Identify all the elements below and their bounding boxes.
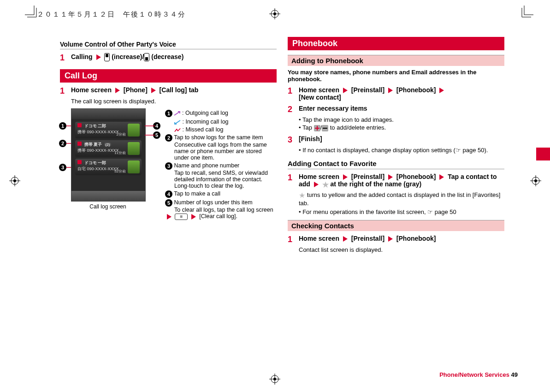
legend-num-4: 4	[165, 190, 172, 198]
legend-text: : Incoming call log	[182, 119, 228, 125]
step-text: (decrease)	[151, 53, 183, 60]
triangle-icon	[388, 88, 393, 93]
checking-subheading: Checking Contacts	[288, 220, 504, 231]
star-icon: ★	[299, 191, 305, 199]
row-sub: 自宅 090-XXXX-XXXX	[77, 166, 119, 171]
footer-page: 49	[511, 371, 518, 378]
triangle-icon	[439, 88, 444, 93]
triangle-icon	[343, 174, 348, 180]
legend-num-3: 3	[165, 162, 172, 170]
step-text: at the right of the name (gray)	[331, 180, 422, 188]
legend-num-5: 5	[165, 199, 172, 207]
row-badge: (2)	[104, 143, 112, 147]
step-text: [Phone]	[124, 86, 148, 94]
volume-up-icon	[104, 53, 110, 61]
right-column: Phonebook Adding to Phonebook You may st…	[288, 37, 504, 255]
screenshot-caption: Call log screen	[71, 203, 145, 210]
plus-icon	[314, 125, 320, 131]
fav-desc: ★ turns to yellow and the added contact …	[299, 191, 504, 207]
step-number: 3	[288, 135, 299, 145]
registration-mark-icon	[269, 374, 280, 385]
step-text: Home screen	[299, 235, 339, 242]
call-button-icon	[128, 160, 140, 173]
footer: Phone/Network Services 49	[439, 371, 518, 378]
triangle-icon	[388, 236, 393, 242]
legend-text: Long-touch to clear the log.	[174, 183, 277, 189]
phone-tabs-bar	[71, 109, 145, 119]
triangle-icon	[343, 236, 348, 242]
section-side-tab	[536, 148, 550, 160]
triangle-icon	[314, 182, 319, 187]
legend-text: Number of logs under this item	[174, 199, 252, 206]
desc-text: turns to yellow and the added contact is…	[299, 191, 500, 207]
fav-step-1: 1 Home screen [Preinstall] [Phonebook] T…	[288, 173, 504, 189]
left-column: Volume Control of Other Party's Voice 1 …	[60, 37, 277, 255]
triangle-icon	[388, 174, 393, 180]
phone-call-row: ドコモ 一郎 自宅 090-XXXX-XXXX 52分前	[75, 159, 142, 175]
outgoing-icon	[174, 111, 180, 116]
check-step-1: 1 Home screen [Preinstall] [Phonebook]	[288, 235, 504, 244]
step-text: Enter necessary items	[299, 105, 504, 112]
call-log-desc: The call log screen is displayed.	[71, 98, 277, 105]
hand-pointer-icon	[455, 147, 461, 154]
bullet-text: page 50	[433, 208, 456, 215]
annotation-badge-1: 1	[59, 122, 66, 130]
check-desc: Contact list screen is displayed.	[299, 246, 504, 253]
triangle-icon	[343, 88, 348, 93]
annotation-badge-2: 2	[59, 140, 66, 147]
footer-section: Phone/Network Services	[439, 371, 509, 378]
triangle-icon	[115, 88, 120, 93]
hand-pointer-icon	[427, 208, 433, 215]
row-sub: 携帯 090-XXXX-XXXX	[77, 130, 119, 134]
legend-text: Tap to recall, send SMS, or view/add det…	[174, 170, 277, 183]
step-number: 1	[288, 173, 299, 183]
row-name: 携帯 夏子	[84, 142, 102, 147]
row-name: ドコモ 一郎	[84, 160, 106, 165]
step-text: [Finish]	[299, 135, 504, 143]
header-date: ２０１１年５月１２日 午後１０時３４分	[37, 10, 186, 19]
step-text: Home screen	[299, 86, 339, 94]
step-text: [Preinstall]	[351, 235, 384, 242]
triangle-icon	[96, 54, 101, 60]
legend-num-2: 2	[165, 134, 172, 142]
incoming-icon	[174, 120, 181, 125]
favorite-subheading: Adding Contact to Favorite	[288, 158, 504, 169]
legend-text: To clear all logs, tap the call log scre…	[174, 207, 273, 213]
minus-icon	[322, 125, 328, 131]
step-number: 1	[60, 53, 71, 63]
bullet: If no contact is displayed, change displ…	[299, 147, 504, 154]
step-number: 1	[60, 86, 71, 96]
registration-mark-icon	[530, 175, 541, 186]
missed-icon	[174, 128, 181, 132]
menu-key-icon: ≡	[175, 214, 188, 220]
volume-step-1: 1 Calling (increase)/ (decrease)	[60, 53, 277, 63]
screenshot-block: 1 2 3 ドコモ 二郎 携帯 090-XXXX-XX	[71, 108, 277, 221]
step-text: [Preinstall]	[351, 173, 384, 180]
phone-screenshot: ドコモ 二郎 携帯 090-XXXX-XXXX 2分前 携帯 夏子 (2) 携帯…	[71, 108, 146, 202]
bullet-text: Tap	[302, 124, 314, 131]
triangle-icon	[151, 88, 156, 93]
step-text: Calling	[71, 53, 93, 60]
page: ２０１１年５月１２日 午後１０時３４分 Volume Control of Ot…	[0, 0, 550, 392]
call-button-icon	[128, 142, 140, 155]
legend-text: Consecutive call logs from the same name…	[174, 142, 277, 161]
step-number: 1	[288, 235, 299, 244]
row-meta: 2分前	[117, 132, 126, 137]
phonebook-heading: Phonebook	[288, 37, 504, 50]
volume-control-heading: Volume Control of Other Party's Voice	[60, 41, 277, 49]
step-number: 1	[288, 86, 299, 96]
add-step-3: 3 [Finish]	[288, 135, 504, 145]
crop-mark-icon	[520, 6, 533, 19]
bullet: Tap / to add/delete entries.	[299, 124, 504, 131]
bullet: For menu operations in the favorite list…	[299, 208, 504, 215]
phone-call-row: 携帯 夏子 (2) 携帯 090-XXXX-XXXX 11分前	[75, 140, 142, 157]
step-text: Home screen	[71, 86, 112, 94]
add-step-1: 1 Home screen [Preinstall] [Phonebook] […	[288, 86, 504, 101]
legend: 1 : Outgoing call log : Incoming call lo…	[165, 108, 277, 221]
bullet-text: page 50).	[461, 147, 488, 154]
step-text: [Phonebook]	[396, 235, 436, 242]
bullet-text: to add/delete entries.	[328, 124, 386, 131]
row-sub: 携帯 090-XXXX-XXXX	[77, 148, 119, 153]
step-text: [Phonebook]	[396, 173, 436, 180]
call-button-icon	[128, 124, 140, 137]
